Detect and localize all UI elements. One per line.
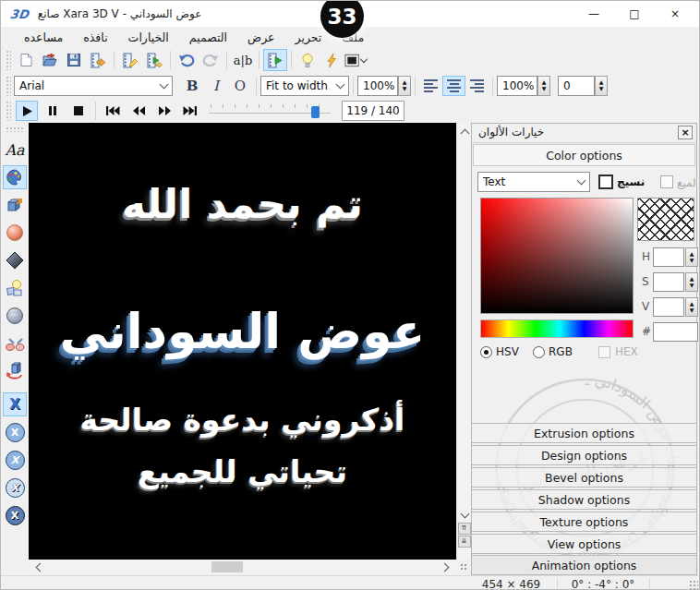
style-circle-tool[interactable]: X	[3, 420, 27, 444]
h-input[interactable]	[653, 247, 684, 267]
texture-options-button[interactable]: Texture options	[472, 512, 696, 532]
hex-input[interactable]	[653, 322, 698, 342]
s-input[interactable]	[653, 272, 684, 292]
bold-button[interactable]: B	[180, 75, 204, 97]
vertical-scrollbar[interactable]: ⇈ ⇊	[456, 123, 471, 560]
go-to-start-button[interactable]	[102, 101, 124, 121]
scroll-up-button[interactable]	[457, 125, 472, 139]
menu-view[interactable]: عرض	[237, 29, 284, 46]
design-options-tool[interactable]	[3, 331, 27, 355]
shadow-options-button[interactable]: Shadow options	[472, 489, 696, 510]
run-animation-button[interactable]	[142, 49, 166, 71]
color-options-tool[interactable]	[3, 165, 27, 189]
play-button[interactable]	[16, 101, 38, 121]
undo-button[interactable]	[175, 49, 199, 71]
edit-animation-button[interactable]	[118, 49, 142, 71]
frame-slider[interactable]	[209, 102, 331, 120]
toolbar-grip[interactable]	[6, 101, 11, 121]
pause-button[interactable]	[42, 101, 64, 121]
panel-title-bar[interactable]: خيارات الألوان ×	[472, 124, 696, 143]
fast-forward-button[interactable]	[153, 101, 175, 121]
style-plain-tool[interactable]: X	[3, 392, 27, 416]
rewind-button[interactable]	[127, 101, 150, 121]
extrusion-options-tool[interactable]	[3, 193, 27, 217]
shadow-options-tool[interactable]	[3, 248, 27, 272]
view-options-button[interactable]: View options	[472, 534, 696, 554]
scale-stepper[interactable]: ▲ ▼	[398, 76, 411, 96]
view-options-tool[interactable]	[3, 304, 27, 328]
italic-button[interactable]: I	[204, 75, 228, 97]
panel-close-button[interactable]: ×	[678, 126, 693, 139]
bevel-options-button[interactable]: Bevel options	[472, 467, 696, 488]
design-options-button[interactable]: Design options	[472, 445, 696, 465]
open-button[interactable]	[38, 49, 62, 71]
menu-design[interactable]: التصميم	[179, 29, 237, 46]
toolbar-grip[interactable]	[6, 76, 11, 96]
page-up-button[interactable]: ⇈	[458, 523, 471, 535]
resize-grip[interactable]	[689, 580, 698, 589]
text-options-tool[interactable]: Aa	[3, 138, 27, 162]
transparent-swatch[interactable]	[637, 198, 694, 241]
render-button[interactable]	[320, 49, 344, 71]
extrusion-options-button[interactable]: Extrusion options	[472, 423, 696, 443]
display-quality-button[interactable]	[344, 49, 368, 71]
lighting-button[interactable]	[296, 49, 320, 71]
minimize-button[interactable]: —	[573, 2, 614, 26]
align-right-button[interactable]	[465, 76, 489, 96]
play-animation-toggle[interactable]	[263, 49, 287, 71]
maximize-button[interactable]: □	[614, 2, 655, 26]
texture-checkbox[interactable]	[598, 175, 613, 189]
new-document-button[interactable]	[14, 49, 38, 71]
color-target-select[interactable]: Text	[477, 172, 590, 192]
baseline-offset-input[interactable]: 0	[558, 76, 595, 96]
scroll-down-button[interactable]	[457, 507, 472, 522]
export-animation-button[interactable]	[86, 49, 110, 71]
text-edit-button[interactable]: a|b	[231, 49, 255, 71]
redo-button[interactable]	[199, 49, 223, 71]
bevel-options-tool[interactable]	[3, 221, 27, 245]
undo-icon	[178, 53, 195, 67]
s-stepper[interactable]: ▲▼	[685, 272, 698, 292]
canvas-text-line: تم بحمد الله	[29, 180, 456, 227]
menu-help[interactable]: مساعده	[14, 29, 73, 46]
rgb-radio[interactable]	[533, 346, 545, 358]
hue-bar[interactable]	[480, 319, 634, 338]
style-italic-tool[interactable]: X	[3, 448, 27, 472]
page-down-button[interactable]: ⇊	[458, 536, 471, 548]
saturation-value-picker[interactable]	[480, 198, 634, 314]
slider-thumb[interactable]	[311, 106, 320, 118]
align-left-button[interactable]	[419, 76, 442, 96]
toolbar-grip[interactable]	[6, 126, 24, 132]
animation-options-tool[interactable]	[3, 359, 27, 383]
save-button[interactable]	[62, 49, 86, 71]
menu-options[interactable]: الخيارات	[118, 29, 179, 46]
texture-options-tool[interactable]	[3, 276, 27, 300]
align-center-button[interactable]	[442, 76, 465, 96]
playback-bar: 119 / 140	[1, 99, 700, 123]
menu-window[interactable]: نافذه	[73, 29, 117, 46]
hsv-radio[interactable]	[480, 346, 492, 358]
stop-button[interactable]	[67, 101, 90, 121]
style-bold-tool[interactable]: X	[3, 503, 27, 527]
v-stepper[interactable]: ▲▼	[685, 297, 698, 317]
color-options-header[interactable]: Color options	[473, 144, 695, 166]
line-spacing-input[interactable]: 100%	[497, 76, 537, 96]
horizontal-scroll-thumb[interactable]	[211, 561, 243, 572]
size-mode-select[interactable]: Fit to width	[260, 76, 349, 96]
line-spacing-stepper[interactable]: ▲ ▼	[537, 76, 550, 96]
h-stepper[interactable]: ▲▼	[685, 247, 698, 267]
baseline-offset-stepper[interactable]: ▲ ▼	[595, 76, 608, 96]
menu-edit[interactable]: تحرير	[285, 29, 332, 46]
v-input[interactable]	[653, 297, 684, 317]
go-to-end-button[interactable]	[179, 101, 201, 121]
scroll-right-button[interactable]	[439, 560, 453, 574]
toolbar-grip[interactable]	[6, 50, 11, 70]
outline-button[interactable]: O	[228, 75, 252, 97]
design-canvas[interactable]: تم بحمد الله عوض السوداني أذكروني بدعوة …	[29, 123, 456, 560]
close-button[interactable]: ×	[655, 2, 695, 26]
font-select[interactable]: Arial	[14, 76, 173, 96]
scroll-left-button[interactable]	[31, 560, 46, 574]
style-outline-tool[interactable]: X	[3, 476, 27, 500]
scale-input[interactable]: 100%	[357, 76, 398, 96]
animation-options-button[interactable]: Animation options	[472, 555, 696, 575]
